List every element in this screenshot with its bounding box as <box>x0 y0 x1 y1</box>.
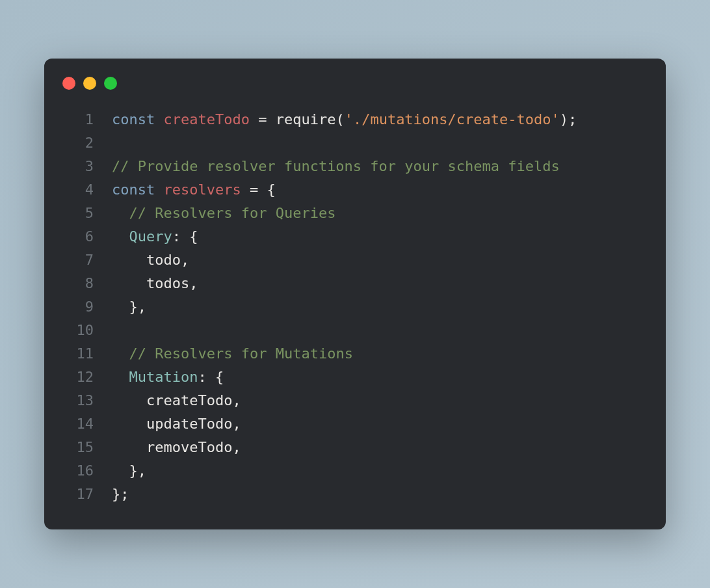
line-content: // Resolvers for Mutations <box>112 342 353 366</box>
token-identifier: todo <box>146 252 181 268</box>
code-line: 4const resolvers = { <box>62 178 648 202</box>
line-number: 7 <box>62 248 94 272</box>
line-number: 2 <box>62 131 94 155</box>
token-punct <box>112 416 146 432</box>
code-line: 14 updateTodo, <box>62 412 648 436</box>
line-content: }, <box>112 459 146 483</box>
maximize-button[interactable] <box>104 77 117 90</box>
token-punct <box>155 181 163 198</box>
code-line: 1const createTodo = require('./mutations… <box>62 108 648 131</box>
line-number: 4 <box>62 178 94 202</box>
line-number: 12 <box>62 366 94 389</box>
line-number: 8 <box>62 272 94 295</box>
code-line: 17}; <box>62 483 648 506</box>
line-content: Query: { <box>112 225 198 248</box>
token-punct: }; <box>112 486 129 502</box>
line-content: }, <box>112 295 146 319</box>
line-number: 16 <box>62 459 94 483</box>
code-line: 7 todo, <box>62 248 648 272</box>
code-line: 12 Mutation: { <box>62 366 648 389</box>
token-punct <box>112 392 146 408</box>
code-line: 11 // Resolvers for Mutations <box>62 342 648 366</box>
code-line: 10 <box>62 319 648 342</box>
token-property: Query <box>129 228 172 245</box>
line-number: 11 <box>62 342 94 366</box>
token-keyword: const <box>112 181 155 198</box>
token-punct: , <box>232 392 241 408</box>
line-number: 5 <box>62 202 94 225</box>
line-number: 9 <box>62 295 94 319</box>
line-content: }; <box>112 483 129 506</box>
token-punct: ); <box>560 111 577 127</box>
line-number: 6 <box>62 225 94 248</box>
token-string: './mutations/create-todo' <box>345 111 560 127</box>
line-number: 3 <box>62 155 94 178</box>
token-punct: }, <box>112 462 146 479</box>
token-punct: , <box>232 416 241 432</box>
token-punct: , <box>189 275 198 291</box>
token-punct <box>155 111 163 127</box>
token-punct <box>112 345 129 362</box>
window-titlebar <box>44 74 666 108</box>
line-content: updateTodo, <box>112 412 241 436</box>
line-content: const createTodo = require('./mutations/… <box>112 108 577 131</box>
token-identifier: removeTodo <box>146 439 232 455</box>
line-content: Mutation: { <box>112 366 224 389</box>
token-comment: // Provide resolver functions for your s… <box>112 158 560 174</box>
line-number: 14 <box>62 412 94 436</box>
token-punct <box>112 228 129 245</box>
line-content: todo, <box>112 248 189 272</box>
line-number: 15 <box>62 436 94 459</box>
code-line: 6 Query: { <box>62 225 648 248</box>
code-line: 2 <box>62 131 648 155</box>
code-line: 8 todos, <box>62 272 648 295</box>
token-identifier: createTodo <box>146 392 232 408</box>
token-punct <box>112 252 146 268</box>
token-operator: = <box>258 111 267 127</box>
token-punct <box>250 111 258 127</box>
token-punct: : { <box>198 369 224 385</box>
token-keyword: const <box>112 111 155 127</box>
token-property: Mutation <box>129 369 198 385</box>
token-operator: = <box>250 181 258 198</box>
line-content: const resolvers = { <box>112 178 276 202</box>
code-line: 16 }, <box>62 459 648 483</box>
token-punct: }, <box>112 299 146 315</box>
token-punct <box>112 205 129 221</box>
code-line: 5 // Resolvers for Queries <box>62 202 648 225</box>
line-number: 17 <box>62 483 94 506</box>
token-punct: ( <box>335 111 344 127</box>
token-punct: { <box>258 181 276 198</box>
line-number: 1 <box>62 108 94 131</box>
token-function: require <box>276 111 336 127</box>
code-window: 1const createTodo = require('./mutations… <box>44 59 666 529</box>
token-punct: : { <box>172 228 198 245</box>
line-content: todos, <box>112 272 198 295</box>
code-line: 3// Provide resolver functions for your … <box>62 155 648 178</box>
token-punct <box>112 369 129 385</box>
code-line: 9 }, <box>62 295 648 319</box>
code-line: 15 removeTodo, <box>62 436 648 459</box>
token-punct: , <box>181 252 189 268</box>
token-identifier: updateTodo <box>146 416 232 432</box>
line-content: // Resolvers for Queries <box>112 202 335 225</box>
token-variable: createTodo <box>163 111 249 127</box>
minimize-button[interactable] <box>83 77 96 90</box>
token-punct: , <box>232 439 241 455</box>
line-number: 10 <box>62 319 94 342</box>
close-button[interactable] <box>62 77 75 90</box>
token-punct <box>267 111 275 127</box>
token-comment: // Resolvers for Mutations <box>129 345 353 362</box>
token-variable: resolvers <box>163 181 241 198</box>
code-line: 13 createTodo, <box>62 389 648 412</box>
line-content: // Provide resolver functions for your s… <box>112 155 560 178</box>
token-punct <box>112 439 146 455</box>
token-identifier: todos <box>146 275 189 291</box>
code-editor[interactable]: 1const createTodo = require('./mutations… <box>44 108 666 506</box>
token-punct <box>112 275 146 291</box>
token-punct <box>241 181 250 198</box>
line-content: removeTodo, <box>112 436 241 459</box>
line-number: 13 <box>62 389 94 412</box>
line-content: createTodo, <box>112 389 241 412</box>
token-comment: // Resolvers for Queries <box>129 205 336 221</box>
